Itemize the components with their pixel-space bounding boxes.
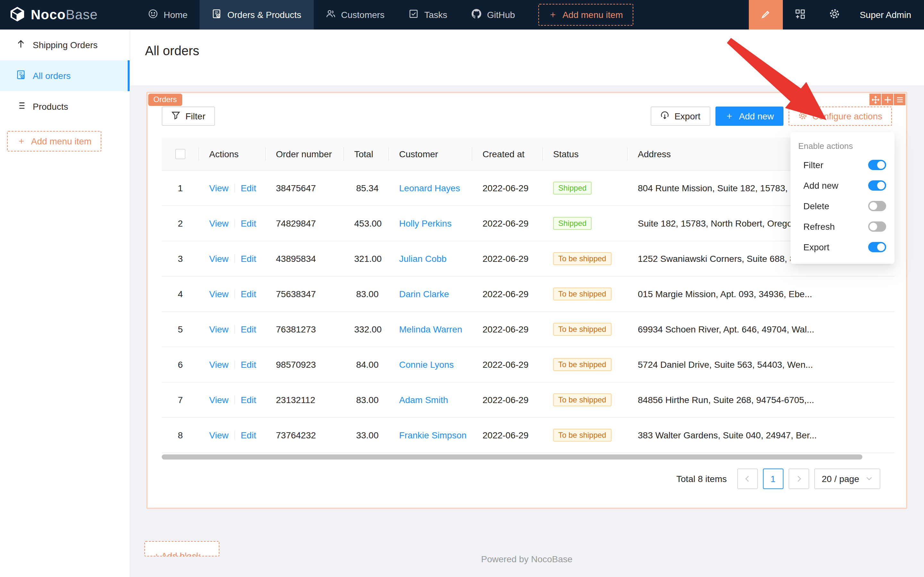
enable-action-menu-item[interactable]: Export bbox=[790, 237, 895, 257]
nav-item-orders-products[interactable]: Orders & Products bbox=[200, 0, 314, 29]
edit-link[interactable]: Edit bbox=[241, 219, 256, 229]
order-number-cell: 38475647 bbox=[276, 183, 316, 193]
view-link[interactable]: View bbox=[209, 324, 229, 335]
add-new-button[interactable]: ＋ Add new bbox=[715, 106, 784, 126]
filter-funnel-icon bbox=[171, 111, 180, 122]
table-action-bar: Filter Export ＋ Add new bbox=[162, 106, 892, 126]
row-index: 3 bbox=[178, 254, 183, 264]
edit-link[interactable]: Edit bbox=[241, 395, 256, 405]
toggle-knob bbox=[877, 243, 885, 251]
sidebar-add-menu-item-button[interactable]: ＋ Add menu item bbox=[7, 131, 101, 152]
scrollbar-thumb[interactable] bbox=[162, 455, 863, 460]
current-page-button[interactable]: 1 bbox=[763, 469, 783, 489]
row-index: 4 bbox=[178, 289, 183, 300]
nav-item-customers[interactable]: Customers bbox=[314, 0, 396, 29]
toggle-switch[interactable] bbox=[868, 160, 886, 170]
edit-link[interactable]: Edit bbox=[241, 254, 256, 264]
block-menu-icon[interactable] bbox=[894, 94, 905, 105]
toggle-switch[interactable] bbox=[868, 221, 886, 232]
view-link[interactable]: View bbox=[209, 289, 229, 300]
user-menu[interactable]: Super Admin bbox=[852, 0, 924, 29]
nav-item-home[interactable]: Home bbox=[136, 0, 200, 29]
filter-button[interactable]: Filter bbox=[162, 106, 215, 126]
action-divider bbox=[234, 325, 235, 334]
navbar-add-menu-item-button[interactable]: ＋ Add menu item bbox=[538, 4, 633, 26]
toggle-knob bbox=[869, 223, 877, 230]
edit-link[interactable]: Edit bbox=[241, 289, 256, 300]
column-header-total: Total bbox=[344, 137, 389, 171]
total-cell: 85.34 bbox=[356, 183, 378, 193]
pagination: Total 8 items 1 20 / page bbox=[162, 469, 881, 489]
view-link[interactable]: View bbox=[209, 360, 229, 370]
block-collection-tag: Orders bbox=[148, 94, 182, 106]
customer-link[interactable]: Adam Smith bbox=[399, 395, 448, 405]
view-link[interactable]: View bbox=[209, 395, 229, 405]
customer-link[interactable]: Frankie Simpson bbox=[399, 430, 467, 441]
next-page-button[interactable] bbox=[788, 469, 809, 489]
select-all-checkbox[interactable] bbox=[175, 149, 185, 160]
enable-actions-header: Enable actions bbox=[790, 136, 895, 155]
plugin-grid-icon bbox=[795, 9, 805, 21]
page-size-select[interactable]: 20 / page bbox=[814, 469, 881, 489]
top-navbar: NocoBase Home Orders & Products Customer… bbox=[0, 0, 924, 29]
table-row: 6 ViewEdit 98570923 84.00 Connie Lyons 2… bbox=[162, 347, 895, 382]
enable-action-menu-item[interactable]: Delete bbox=[790, 196, 895, 216]
nav-item-github[interactable]: GitHub bbox=[459, 0, 527, 29]
nav-item-label: Customers bbox=[341, 10, 384, 20]
edit-link[interactable]: Edit bbox=[241, 183, 256, 193]
order-number-cell: 75638347 bbox=[276, 289, 316, 300]
view-link[interactable]: View bbox=[209, 183, 229, 193]
sidebar-item-all-orders[interactable]: All orders bbox=[0, 60, 130, 91]
toggle-switch[interactable] bbox=[868, 181, 886, 191]
action-divider bbox=[234, 255, 235, 263]
customer-link[interactable]: Connie Lyons bbox=[399, 360, 454, 370]
customer-link[interactable]: Leonard Hayes bbox=[399, 183, 460, 193]
view-link[interactable]: View bbox=[209, 254, 229, 264]
prev-page-button[interactable] bbox=[737, 469, 758, 489]
edit-link[interactable]: Edit bbox=[241, 324, 256, 335]
toggle-switch[interactable] bbox=[868, 242, 886, 252]
plus-icon: ＋ bbox=[548, 9, 557, 21]
filter-button-label: Filter bbox=[185, 111, 205, 121]
row-index: 5 bbox=[178, 324, 183, 335]
table-row: 8 ViewEdit 73764232 33.00 Frankie Simpso… bbox=[162, 418, 895, 453]
address-cell: 5724 Daniel Drive, Suite 563, 54403, Wen… bbox=[638, 360, 813, 370]
order-number-cell: 74829847 bbox=[276, 219, 316, 229]
customer-link[interactable]: Melinda Warren bbox=[399, 324, 462, 335]
total-cell: 321.00 bbox=[354, 254, 382, 264]
drag-move-icon[interactable] bbox=[869, 94, 881, 105]
view-link[interactable]: View bbox=[209, 430, 229, 441]
enable-action-menu-item[interactable]: Filter bbox=[790, 155, 895, 175]
nav-item-tasks[interactable]: Tasks bbox=[396, 0, 459, 29]
sidebar-item-products[interactable]: Products bbox=[0, 91, 130, 122]
sidebar-item-label: Shipping Orders bbox=[33, 40, 98, 50]
toggle-switch[interactable] bbox=[868, 201, 886, 211]
plugin-manager-button[interactable] bbox=[783, 0, 818, 29]
status-badge: To be shipped bbox=[553, 253, 611, 265]
order-number-cell: 73764232 bbox=[276, 430, 316, 441]
configure-actions-button[interactable]: Configure actions bbox=[789, 106, 892, 126]
add-block-plus-icon[interactable] bbox=[882, 94, 893, 105]
enable-action-menu-item[interactable]: Refresh bbox=[790, 216, 895, 237]
list-icon bbox=[16, 101, 26, 112]
created-at-cell: 2022-06-29 bbox=[483, 254, 528, 264]
sidebar-item-shipping-orders[interactable]: Shipping Orders bbox=[0, 29, 130, 60]
ui-editor-toggle-button[interactable] bbox=[749, 0, 783, 29]
enable-action-menu-item[interactable]: Add new bbox=[790, 175, 895, 196]
powered-by-footer: Powered by NocoBase bbox=[130, 554, 924, 564]
nocobase-logo[interactable]: NocoBase bbox=[0, 0, 136, 29]
edit-link[interactable]: Edit bbox=[241, 430, 256, 441]
status-badge: To be shipped bbox=[553, 358, 611, 371]
total-cell: 332.00 bbox=[354, 324, 382, 335]
edit-link[interactable]: Edit bbox=[241, 360, 256, 370]
settings-button[interactable] bbox=[818, 0, 852, 29]
customer-link[interactable]: Julian Cobb bbox=[399, 254, 447, 264]
export-button[interactable]: Export bbox=[650, 106, 710, 126]
address-cell: 84856 Hirthe Run, Suite 268, 94754-6705,… bbox=[638, 395, 814, 405]
customers-team-icon bbox=[326, 9, 335, 21]
total-cell: 83.00 bbox=[356, 289, 378, 300]
customer-link[interactable]: Darin Clarke bbox=[399, 289, 449, 300]
toggle-knob bbox=[869, 202, 877, 210]
customer-link[interactable]: Holly Perkins bbox=[399, 219, 451, 229]
view-link[interactable]: View bbox=[209, 219, 229, 229]
